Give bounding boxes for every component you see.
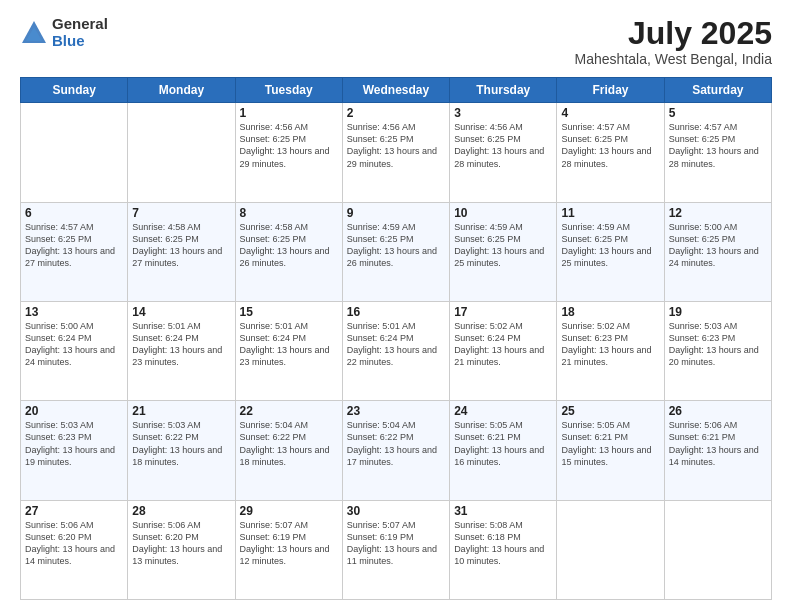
calendar-day-header: Monday xyxy=(128,78,235,103)
day-number: 27 xyxy=(25,504,123,518)
day-number: 6 xyxy=(25,206,123,220)
day-info: Sunrise: 5:02 AMSunset: 6:23 PMDaylight:… xyxy=(561,320,659,369)
logo-blue: Blue xyxy=(52,33,108,50)
logo-icon xyxy=(20,19,48,47)
day-number: 7 xyxy=(132,206,230,220)
page: General Blue July 2025 Maheshtala, West … xyxy=(0,0,792,612)
calendar-cell: 7Sunrise: 4:58 AMSunset: 6:25 PMDaylight… xyxy=(128,202,235,301)
day-number: 22 xyxy=(240,404,338,418)
day-number: 1 xyxy=(240,106,338,120)
calendar-cell: 14Sunrise: 5:01 AMSunset: 6:24 PMDayligh… xyxy=(128,301,235,400)
calendar-day-header: Thursday xyxy=(450,78,557,103)
header: General Blue July 2025 Maheshtala, West … xyxy=(20,16,772,67)
calendar-week-row: 20Sunrise: 5:03 AMSunset: 6:23 PMDayligh… xyxy=(21,401,772,500)
day-number: 30 xyxy=(347,504,445,518)
day-number: 23 xyxy=(347,404,445,418)
calendar-day-header: Tuesday xyxy=(235,78,342,103)
day-info: Sunrise: 4:56 AMSunset: 6:25 PMDaylight:… xyxy=(454,121,552,170)
day-info: Sunrise: 5:06 AMSunset: 6:20 PMDaylight:… xyxy=(132,519,230,568)
calendar-cell xyxy=(128,103,235,202)
day-number: 29 xyxy=(240,504,338,518)
location: Maheshtala, West Bengal, India xyxy=(575,51,772,67)
day-info: Sunrise: 5:04 AMSunset: 6:22 PMDaylight:… xyxy=(240,419,338,468)
day-number: 8 xyxy=(240,206,338,220)
calendar-day-header: Friday xyxy=(557,78,664,103)
day-info: Sunrise: 4:57 AMSunset: 6:25 PMDaylight:… xyxy=(669,121,767,170)
calendar-cell: 13Sunrise: 5:00 AMSunset: 6:24 PMDayligh… xyxy=(21,301,128,400)
calendar-cell: 28Sunrise: 5:06 AMSunset: 6:20 PMDayligh… xyxy=(128,500,235,599)
day-info: Sunrise: 4:56 AMSunset: 6:25 PMDaylight:… xyxy=(347,121,445,170)
logo-text: General Blue xyxy=(52,16,108,49)
calendar-cell xyxy=(21,103,128,202)
calendar-cell: 24Sunrise: 5:05 AMSunset: 6:21 PMDayligh… xyxy=(450,401,557,500)
calendar-day-header: Wednesday xyxy=(342,78,449,103)
calendar-cell: 9Sunrise: 4:59 AMSunset: 6:25 PMDaylight… xyxy=(342,202,449,301)
calendar-cell: 5Sunrise: 4:57 AMSunset: 6:25 PMDaylight… xyxy=(664,103,771,202)
calendar-cell: 8Sunrise: 4:58 AMSunset: 6:25 PMDaylight… xyxy=(235,202,342,301)
day-info: Sunrise: 4:58 AMSunset: 6:25 PMDaylight:… xyxy=(240,221,338,270)
calendar-cell xyxy=(664,500,771,599)
day-number: 5 xyxy=(669,106,767,120)
day-number: 2 xyxy=(347,106,445,120)
calendar-day-header: Sunday xyxy=(21,78,128,103)
calendar-cell: 4Sunrise: 4:57 AMSunset: 6:25 PMDaylight… xyxy=(557,103,664,202)
calendar-cell: 23Sunrise: 5:04 AMSunset: 6:22 PMDayligh… xyxy=(342,401,449,500)
logo-general: General xyxy=(52,16,108,33)
day-info: Sunrise: 5:02 AMSunset: 6:24 PMDaylight:… xyxy=(454,320,552,369)
calendar-week-row: 1Sunrise: 4:56 AMSunset: 6:25 PMDaylight… xyxy=(21,103,772,202)
calendar-cell: 26Sunrise: 5:06 AMSunset: 6:21 PMDayligh… xyxy=(664,401,771,500)
day-number: 4 xyxy=(561,106,659,120)
day-info: Sunrise: 5:06 AMSunset: 6:21 PMDaylight:… xyxy=(669,419,767,468)
day-number: 25 xyxy=(561,404,659,418)
calendar-cell: 15Sunrise: 5:01 AMSunset: 6:24 PMDayligh… xyxy=(235,301,342,400)
calendar-week-row: 6Sunrise: 4:57 AMSunset: 6:25 PMDaylight… xyxy=(21,202,772,301)
calendar-cell: 3Sunrise: 4:56 AMSunset: 6:25 PMDaylight… xyxy=(450,103,557,202)
day-info: Sunrise: 4:57 AMSunset: 6:25 PMDaylight:… xyxy=(561,121,659,170)
calendar-cell: 2Sunrise: 4:56 AMSunset: 6:25 PMDaylight… xyxy=(342,103,449,202)
day-number: 24 xyxy=(454,404,552,418)
day-info: Sunrise: 5:03 AMSunset: 6:22 PMDaylight:… xyxy=(132,419,230,468)
day-number: 14 xyxy=(132,305,230,319)
calendar-week-row: 13Sunrise: 5:00 AMSunset: 6:24 PMDayligh… xyxy=(21,301,772,400)
day-info: Sunrise: 5:05 AMSunset: 6:21 PMDaylight:… xyxy=(561,419,659,468)
day-number: 13 xyxy=(25,305,123,319)
calendar-week-row: 27Sunrise: 5:06 AMSunset: 6:20 PMDayligh… xyxy=(21,500,772,599)
calendar-cell: 6Sunrise: 4:57 AMSunset: 6:25 PMDaylight… xyxy=(21,202,128,301)
calendar-cell: 25Sunrise: 5:05 AMSunset: 6:21 PMDayligh… xyxy=(557,401,664,500)
day-number: 31 xyxy=(454,504,552,518)
calendar-cell: 19Sunrise: 5:03 AMSunset: 6:23 PMDayligh… xyxy=(664,301,771,400)
day-info: Sunrise: 5:04 AMSunset: 6:22 PMDaylight:… xyxy=(347,419,445,468)
day-info: Sunrise: 5:03 AMSunset: 6:23 PMDaylight:… xyxy=(669,320,767,369)
calendar-cell: 21Sunrise: 5:03 AMSunset: 6:22 PMDayligh… xyxy=(128,401,235,500)
calendar-cell: 29Sunrise: 5:07 AMSunset: 6:19 PMDayligh… xyxy=(235,500,342,599)
day-number: 20 xyxy=(25,404,123,418)
calendar-cell: 17Sunrise: 5:02 AMSunset: 6:24 PMDayligh… xyxy=(450,301,557,400)
title-block: July 2025 Maheshtala, West Bengal, India xyxy=(575,16,772,67)
calendar-cell: 31Sunrise: 5:08 AMSunset: 6:18 PMDayligh… xyxy=(450,500,557,599)
day-info: Sunrise: 5:07 AMSunset: 6:19 PMDaylight:… xyxy=(240,519,338,568)
calendar-cell: 20Sunrise: 5:03 AMSunset: 6:23 PMDayligh… xyxy=(21,401,128,500)
calendar-cell: 16Sunrise: 5:01 AMSunset: 6:24 PMDayligh… xyxy=(342,301,449,400)
calendar-cell: 30Sunrise: 5:07 AMSunset: 6:19 PMDayligh… xyxy=(342,500,449,599)
day-info: Sunrise: 5:00 AMSunset: 6:25 PMDaylight:… xyxy=(669,221,767,270)
day-number: 16 xyxy=(347,305,445,319)
calendar-cell xyxy=(557,500,664,599)
day-info: Sunrise: 4:59 AMSunset: 6:25 PMDaylight:… xyxy=(347,221,445,270)
calendar-cell: 11Sunrise: 4:59 AMSunset: 6:25 PMDayligh… xyxy=(557,202,664,301)
day-info: Sunrise: 4:57 AMSunset: 6:25 PMDaylight:… xyxy=(25,221,123,270)
day-number: 10 xyxy=(454,206,552,220)
day-number: 15 xyxy=(240,305,338,319)
day-info: Sunrise: 4:59 AMSunset: 6:25 PMDaylight:… xyxy=(454,221,552,270)
day-number: 17 xyxy=(454,305,552,319)
calendar-cell: 1Sunrise: 4:56 AMSunset: 6:25 PMDaylight… xyxy=(235,103,342,202)
day-number: 3 xyxy=(454,106,552,120)
calendar-header-row: SundayMondayTuesdayWednesdayThursdayFrid… xyxy=(21,78,772,103)
day-number: 19 xyxy=(669,305,767,319)
day-info: Sunrise: 5:07 AMSunset: 6:19 PMDaylight:… xyxy=(347,519,445,568)
day-number: 26 xyxy=(669,404,767,418)
day-info: Sunrise: 5:08 AMSunset: 6:18 PMDaylight:… xyxy=(454,519,552,568)
calendar-cell: 18Sunrise: 5:02 AMSunset: 6:23 PMDayligh… xyxy=(557,301,664,400)
day-info: Sunrise: 5:05 AMSunset: 6:21 PMDaylight:… xyxy=(454,419,552,468)
day-info: Sunrise: 5:06 AMSunset: 6:20 PMDaylight:… xyxy=(25,519,123,568)
day-number: 11 xyxy=(561,206,659,220)
